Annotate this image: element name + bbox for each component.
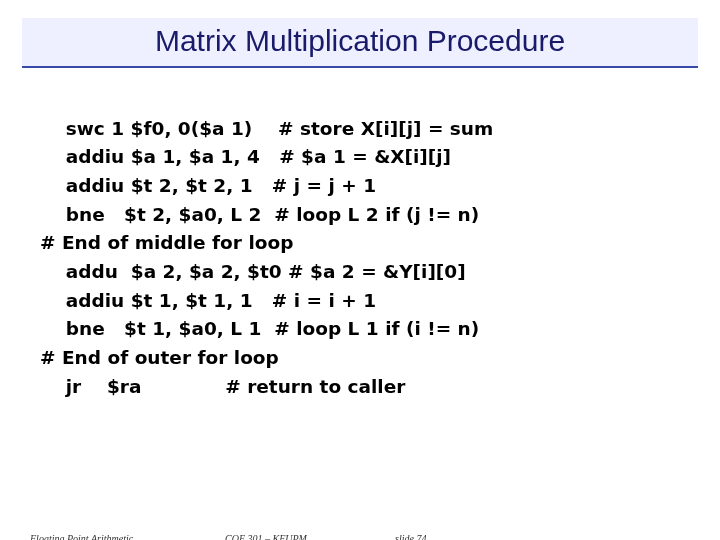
code-line: addu $a 2, $a 2, $t0 # $a 2 = &Y[i][0] [40,261,466,282]
footer-center: COE 301 – KFUPM [225,533,307,540]
code-line: addiu $t 2, $t 2, 1 # j = j + 1 [40,175,376,196]
code-line: bne $t 1, $a0, L 1 # loop L 1 if (i != n… [40,318,479,339]
code-block: swc 1 $f0, 0($a 1) # store X[i][j] = sum… [40,86,680,401]
footer-left: Floating Point Arithmetic [30,533,133,540]
code-line: # End of outer for loop [40,347,279,368]
footer-slide-number: slide 74 [395,533,426,540]
code-line: addiu $a 1, $a 1, 4 # $a 1 = &X[i][j] [40,146,451,167]
code-line: jr $ra # return to caller [40,376,405,397]
code-line: bne $t 2, $a0, L 2 # loop L 2 if (j != n… [40,204,479,225]
code-line: addiu $t 1, $t 1, 1 # i = i + 1 [40,290,376,311]
title-bar: Matrix Multiplication Procedure [22,18,698,68]
code-line: swc 1 $f0, 0($a 1) # store X[i][j] = sum [40,118,493,139]
slide: Matrix Multiplication Procedure swc 1 $f… [0,18,720,540]
code-line: # End of middle for loop [40,232,293,253]
slide-title: Matrix Multiplication Procedure [155,24,565,57]
